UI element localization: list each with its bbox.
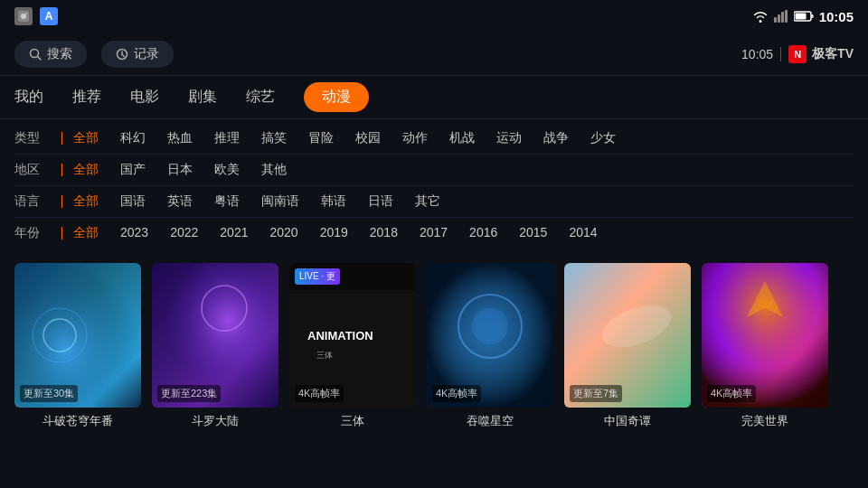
filter-opt-japan[interactable]: 日本 xyxy=(167,162,193,178)
card-title-wanmei: 完美世界 xyxy=(702,413,828,429)
signal-icon xyxy=(774,10,788,23)
svg-rect-5 xyxy=(781,12,784,23)
filter-opt-2014[interactable]: 2014 xyxy=(569,225,597,241)
filter-opt-2015[interactable]: 2015 xyxy=(519,225,547,241)
filter-row-type: 类型 全部 科幻 热血 推理 搞笑 冒险 校园 动作 机战 运动 战争 少女 xyxy=(14,123,854,155)
filter-sep-region xyxy=(61,164,62,176)
record-label: 记录 xyxy=(134,46,159,62)
filter-opt-domestic[interactable]: 国产 xyxy=(120,162,146,178)
filter-opt-us[interactable]: 欧美 xyxy=(214,162,240,178)
svg-rect-3 xyxy=(774,17,777,23)
record-button[interactable]: 记录 xyxy=(101,41,174,68)
filter-opt-english[interactable]: 英语 xyxy=(167,193,193,210)
filter-opt-2019[interactable]: 2019 xyxy=(320,225,348,241)
brand-name: 极客TV xyxy=(812,46,854,62)
card-douluodalu[interactable]: 更新至223集 斗罗大陆 xyxy=(152,263,278,429)
filter-row-lang: 语言 全部 国语 英语 粤语 闽南语 韩语 日语 其它 xyxy=(14,186,854,218)
card-thumb-wanmei: 4K高帧率 xyxy=(702,263,828,408)
svg-point-2 xyxy=(25,13,27,14)
tab-mine[interactable]: 我的 xyxy=(14,82,43,112)
filter-label-region: 地区 xyxy=(14,162,51,178)
card-thumb-santi: ANIMATION 三体 LIVE · 更 4K高帧率 xyxy=(289,263,416,408)
time-brand: 10:05 N 极客TV xyxy=(741,45,854,63)
card-title-douluodalu: 斗罗大陆 xyxy=(152,413,278,429)
svg-text:ANIMATION: ANIMATION xyxy=(307,329,373,343)
svg-line-14 xyxy=(122,54,125,56)
svg-rect-9 xyxy=(811,14,813,18)
tab-recommend[interactable]: 推荐 xyxy=(72,82,101,112)
card-status-wanmei: 4K高帧率 xyxy=(707,385,756,402)
filter-opt-2022[interactable]: 2022 xyxy=(170,225,198,241)
svg-rect-8 xyxy=(795,14,806,20)
filter-opt-2021[interactable]: 2021 xyxy=(220,225,248,241)
status-left-icons: A xyxy=(14,7,58,25)
filter-opt-action[interactable]: 动作 xyxy=(402,130,428,146)
filter-opt-all-region[interactable]: 全部 xyxy=(73,162,99,178)
filter-label-year: 年份 xyxy=(14,225,51,241)
card-status-doupo: 更新至30集 xyxy=(20,385,78,402)
filter-opt-scifi[interactable]: 科幻 xyxy=(120,130,146,146)
tab-movie[interactable]: 电影 xyxy=(130,82,159,112)
filter-options-year: 全部 2023 2022 2021 2020 2019 2018 2017 20… xyxy=(73,225,598,241)
svg-line-11 xyxy=(38,56,42,60)
filter-opt-korean[interactable]: 韩语 xyxy=(321,193,346,210)
filter-opt-action-blood[interactable]: 热血 xyxy=(167,130,193,146)
wifi-icon xyxy=(752,10,769,23)
filter-opt-mystery[interactable]: 推理 xyxy=(214,130,240,146)
card-thumb-tunshi: 4K高帧率 xyxy=(427,263,553,408)
filter-opt-campus[interactable]: 校园 xyxy=(355,130,381,146)
svg-text:三体: 三体 xyxy=(316,351,333,360)
search-icon xyxy=(29,48,42,61)
card-status-douluodalu: 更新至223集 xyxy=(157,385,221,402)
a-app-icon: A xyxy=(40,7,58,25)
status-time: 10:05 xyxy=(819,9,854,24)
search-bar: 搜索 记录 10:05 N 极客TV xyxy=(0,33,868,76)
filter-opt-mandarin[interactable]: 国语 xyxy=(120,193,146,210)
filter-opt-all-lang[interactable]: 全部 xyxy=(73,193,99,210)
filter-opt-girl[interactable]: 少女 xyxy=(590,130,616,146)
svg-point-26 xyxy=(472,308,508,344)
photo-app-icon xyxy=(14,7,33,25)
filter-opt-other-lang[interactable]: 其它 xyxy=(415,193,440,210)
card-title-tunshi: 吞噬星空 xyxy=(427,413,553,429)
filter-opt-2020[interactable]: 2020 xyxy=(269,225,297,241)
brand-divider xyxy=(780,47,781,61)
filter-opt-other-region[interactable]: 其他 xyxy=(261,162,287,178)
netflix-icon: N xyxy=(788,45,807,63)
filter-opt-hokkien[interactable]: 闽南语 xyxy=(261,193,299,210)
filter-opt-all-year[interactable]: 全部 xyxy=(73,225,99,241)
card-tunshi[interactable]: 4K高帧率 吞噬星空 xyxy=(427,263,553,429)
filter-opt-japanese[interactable]: 日语 xyxy=(368,193,393,210)
card-doupo[interactable]: 更新至30集 斗破苍穹年番 xyxy=(14,263,141,429)
filter-opt-2017[interactable]: 2017 xyxy=(420,225,448,241)
filter-sep-lang xyxy=(61,195,62,208)
header-time: 10:05 xyxy=(741,47,773,61)
filter-label-lang: 语言 xyxy=(14,193,51,210)
tab-anime[interactable]: 动漫 xyxy=(304,82,369,112)
card-title-doupo: 斗破苍穹年番 xyxy=(14,413,141,429)
filter-opt-cantonese[interactable]: 粤语 xyxy=(214,193,240,210)
tab-variety[interactable]: 综艺 xyxy=(246,82,275,112)
filter-opt-2018[interactable]: 2018 xyxy=(370,225,398,241)
card-zhongguo[interactable]: 更新至7集 中国奇谭 xyxy=(564,263,691,429)
filter-opt-war[interactable]: 战争 xyxy=(543,130,569,146)
filter-opt-comedy[interactable]: 搞笑 xyxy=(261,130,287,146)
filter-options-lang: 全部 国语 英语 粤语 闽南语 韩语 日语 其它 xyxy=(73,193,440,210)
tab-series[interactable]: 剧集 xyxy=(188,82,217,112)
battery-icon xyxy=(794,11,814,22)
filter-opt-2023[interactable]: 2023 xyxy=(120,225,148,241)
filter-label-type: 类型 xyxy=(14,130,51,146)
card-badge-live: LIVE · 更 xyxy=(295,268,340,285)
filter-opt-adventure[interactable]: 冒险 xyxy=(308,130,334,146)
filter-opt-all-type[interactable]: 全部 xyxy=(73,130,99,146)
card-santi[interactable]: ANIMATION 三体 LIVE · 更 4K高帧率 三体 xyxy=(289,263,416,429)
filter-opt-sports[interactable]: 运动 xyxy=(496,130,522,146)
filter-sep-type xyxy=(61,132,62,145)
svg-rect-6 xyxy=(785,10,788,23)
filter-opt-2016[interactable]: 2016 xyxy=(469,225,497,241)
filter-opt-mecha[interactable]: 机战 xyxy=(449,130,475,146)
card-wanmei[interactable]: 4K高帧率 完美世界 xyxy=(702,263,828,429)
nav-tabs: 我的 推荐 电影 剧集 综艺 动漫 xyxy=(0,76,868,119)
card-title-zhongguo: 中国奇谭 xyxy=(564,413,691,429)
search-button[interactable]: 搜索 xyxy=(14,41,87,68)
